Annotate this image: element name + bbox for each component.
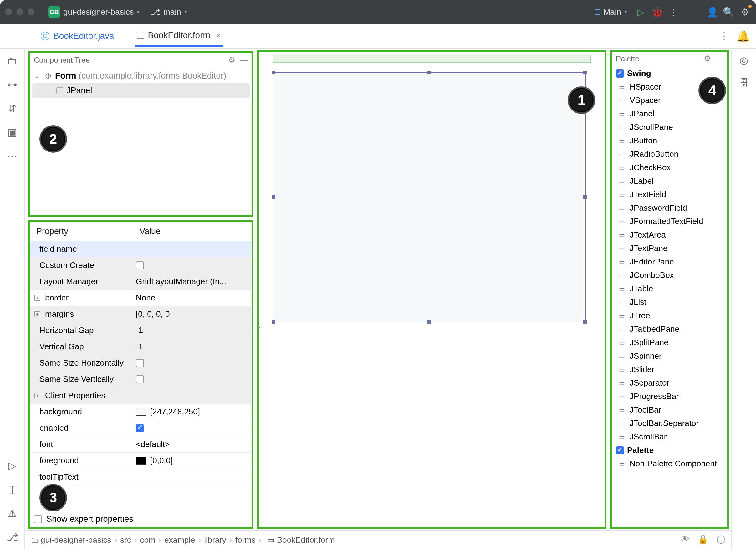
breadcrumb-item[interactable]: example xyxy=(164,535,195,545)
palette-item[interactable]: ▭JTable xyxy=(615,282,725,295)
zoom-window-button[interactable] xyxy=(28,8,34,15)
palette-item[interactable]: ▭JScrollPane xyxy=(615,121,725,134)
palette-item[interactable]: ▭JProgressBar xyxy=(615,390,725,403)
breadcrumb-item[interactable]: gui-designer-basics xyxy=(41,535,111,545)
panel-minimize-icon[interactable]: — xyxy=(715,54,723,64)
palette-item[interactable]: ▭JLabel xyxy=(615,174,725,188)
property-value[interactable]: None xyxy=(133,290,252,306)
property-row[interactable]: field name xyxy=(30,241,252,257)
palette-group[interactable]: Palette xyxy=(615,444,725,457)
tab-options-icon[interactable]: ⋮ xyxy=(719,30,729,42)
breadcrumb-item[interactable]: com xyxy=(140,535,155,545)
inspection-icon[interactable]: 👁 xyxy=(681,534,689,546)
property-value[interactable] xyxy=(133,421,252,435)
palette-item[interactable]: ▭JTree xyxy=(615,309,725,322)
palette-item[interactable]: ▭JTabbedPane xyxy=(615,322,725,336)
palette-item[interactable]: ▭JToolBar.Separator xyxy=(615,417,725,430)
show-expert-checkbox[interactable] xyxy=(34,515,42,523)
checkbox[interactable] xyxy=(136,424,144,432)
panel-minimize-icon[interactable]: — xyxy=(240,55,248,65)
run-tool-icon[interactable]: ▷ xyxy=(6,459,18,472)
palette-list[interactable]: 4 Swing▭HSpacer▭VSpacer▭JPanel▭JScrollPa… xyxy=(612,65,727,527)
palette-item[interactable]: ▭JTextField xyxy=(615,188,725,201)
property-value[interactable] xyxy=(133,246,252,252)
group-checkbox[interactable] xyxy=(616,69,624,78)
search-everywhere-icon[interactable]: 🔍 xyxy=(722,6,735,18)
terminal-tool-icon[interactable]: ⌶ xyxy=(6,483,18,496)
property-value[interactable]: GridLayoutManager (In... xyxy=(133,274,252,290)
breadcrumbs[interactable]: gui-designer-basics›src›com›example›libr… xyxy=(41,535,335,545)
panel-settings-icon[interactable]: ⚙ xyxy=(704,54,711,64)
property-row[interactable]: Custom Create xyxy=(30,257,252,274)
property-value[interactable]: [0,0,0] xyxy=(133,453,252,469)
palette-item[interactable]: ▭JPasswordField xyxy=(615,201,725,215)
expand-icon[interactable]: + xyxy=(34,393,40,398)
palette-item[interactable]: ▭JScrollBar xyxy=(615,430,725,444)
selection-handle[interactable] xyxy=(583,195,587,199)
property-row[interactable]: Vertical Gap-1 xyxy=(30,339,252,355)
property-value[interactable] xyxy=(133,372,252,387)
palette-item[interactable]: ▭JFormattedTextField xyxy=(615,215,725,228)
property-value[interactable]: [247,248,250] xyxy=(133,404,252,420)
tab-bookeditor-form[interactable]: BookEditor.form × xyxy=(135,25,223,47)
palette-item[interactable]: ▭JButton xyxy=(615,134,725,147)
palette-item[interactable]: ▭Non-Palette Component. xyxy=(615,457,725,470)
checkbox[interactable] xyxy=(136,375,144,383)
property-row[interactable]: foreground[0,0,0] xyxy=(30,453,252,469)
property-row[interactable]: background[247,248,250] xyxy=(30,404,252,420)
selection-handle[interactable] xyxy=(272,71,275,74)
structure-tool-icon[interactable]: ▣ xyxy=(6,126,18,138)
property-row[interactable]: Same Size Vertically xyxy=(30,371,252,387)
run-button[interactable]: ▷ xyxy=(635,6,647,18)
project-selector[interactable]: GB gui-designer-basics ▾ xyxy=(44,4,143,20)
property-value[interactable]: [0, 0, 0, 0] xyxy=(133,306,252,322)
palette-item[interactable]: ▭JSplitPane xyxy=(615,336,725,349)
palette-item[interactable]: ▭JSpinner xyxy=(615,349,725,363)
palette-item[interactable]: ▭JToolBar xyxy=(615,403,725,417)
property-row[interactable]: +Client Properties xyxy=(30,387,252,404)
property-value[interactable]: -1 xyxy=(133,339,252,355)
property-value[interactable]: <default> xyxy=(133,436,252,452)
palette-item[interactable]: ▭JCheckBox xyxy=(615,161,725,174)
tree-row-form[interactable]: ⌄ ⊕ Form (com.example.library.forms.Book… xyxy=(32,69,250,83)
project-tool-icon[interactable]: 🗀 xyxy=(6,54,18,67)
expand-icon[interactable]: + xyxy=(34,295,40,301)
resize-handle-icon[interactable]: ↔ xyxy=(583,56,589,63)
group-checkbox[interactable] xyxy=(616,446,624,454)
property-row[interactable]: toolTipText xyxy=(30,469,252,485)
close-tab-icon[interactable]: × xyxy=(217,31,221,40)
selection-handle[interactable] xyxy=(427,71,431,74)
breadcrumb-item[interactable]: BookEditor.form xyxy=(277,535,335,545)
minimize-window-button[interactable] xyxy=(16,8,23,15)
palette-item[interactable]: ▭JComboBox xyxy=(615,269,725,282)
selection-handle[interactable] xyxy=(427,320,431,324)
pull-requests-tool-icon[interactable]: ⇵ xyxy=(6,102,18,115)
palette-item[interactable]: ▭JRadioButton xyxy=(615,147,725,161)
palette-item[interactable]: ▭JSeparator xyxy=(615,376,725,390)
value-header[interactable]: Value xyxy=(133,222,252,241)
close-window-button[interactable] xyxy=(5,8,12,15)
property-value[interactable] xyxy=(133,474,252,480)
breadcrumb-item[interactable]: library xyxy=(204,535,226,545)
code-with-me-icon[interactable]: 👤 xyxy=(706,6,718,18)
notifications-icon[interactable]: 🔔 xyxy=(737,30,750,42)
checkbox[interactable] xyxy=(136,359,144,367)
property-row[interactable]: Same Size Horizontally xyxy=(30,355,252,371)
more-tools-icon[interactable]: ⋯ xyxy=(6,150,18,162)
breadcrumb-item[interactable]: src xyxy=(120,535,131,545)
more-actions-button[interactable]: ⋮ xyxy=(667,6,680,18)
property-header[interactable]: Property xyxy=(30,222,133,241)
breadcrumb-item[interactable]: forms xyxy=(235,535,256,545)
run-config-selector[interactable]: Main ▾ xyxy=(591,5,631,19)
selection-handle[interactable] xyxy=(583,320,587,324)
ai-tool-icon[interactable]: ◎ xyxy=(739,54,748,66)
property-row[interactable]: enabled xyxy=(30,420,252,436)
property-value[interactable] xyxy=(133,356,252,370)
selection-handle[interactable] xyxy=(583,71,587,74)
form-designer-canvas[interactable]: ↔ ▸ 1 xyxy=(257,50,606,529)
property-row[interactable]: +margins[0, 0, 0, 0] xyxy=(30,306,252,322)
property-row[interactable]: +borderNone xyxy=(30,290,252,306)
palette-item[interactable]: ▭JPanel xyxy=(615,107,725,121)
form-title-bar[interactable]: ↔ xyxy=(273,55,591,63)
palette-item[interactable]: ▭JEditorPane xyxy=(615,255,725,269)
